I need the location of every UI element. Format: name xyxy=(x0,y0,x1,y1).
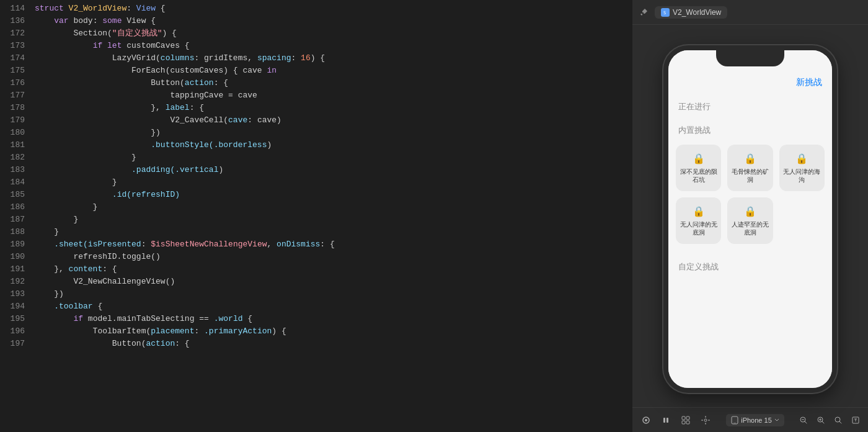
svg-rect-7 xyxy=(686,416,689,420)
svg-point-3 xyxy=(645,419,647,421)
line-number: 178 xyxy=(0,102,25,114)
line-number: 114 xyxy=(0,2,25,15)
line-number: 197 xyxy=(0,338,25,350)
svg-rect-4 xyxy=(663,418,665,423)
line-number: 192 xyxy=(0,276,25,288)
preview-panel: S V2_WorldView 新挑战 正在进行 内置挑战 xyxy=(632,0,868,432)
code-line: .buttonStyle(.borderless) xyxy=(35,139,632,151)
zoom-in-btn[interactable] xyxy=(831,413,846,428)
section-in-progress: 正在进行 xyxy=(668,96,832,115)
code-line: if let customCaves { xyxy=(35,40,632,52)
cave-name-0: 深不见底的陨石坑 xyxy=(680,168,717,184)
in-progress-space xyxy=(668,115,832,120)
code-line: Button(action: { xyxy=(35,77,632,89)
code-line: var body: some View { xyxy=(35,15,632,27)
line-number: 190 xyxy=(0,251,25,263)
code-line: }) xyxy=(35,288,632,300)
code-line: }, content: { xyxy=(35,263,632,276)
code-line: ToolbarItem(placement: .primaryAction) { xyxy=(35,325,632,338)
line-number: 136 xyxy=(0,15,25,27)
code-line: V2_CaveCell(cave: cave) xyxy=(35,114,632,127)
line-number: 196 xyxy=(0,325,25,338)
preview-tab-label: V2_WorldView xyxy=(673,8,721,17)
code-line: ForEach(customCaves) { cave in xyxy=(35,65,632,77)
line-number: 186 xyxy=(0,201,25,214)
iphone-screen: 新挑战 正在进行 内置挑战 🔒 深不见底的陨石坑 xyxy=(668,50,832,388)
line-number: 195 xyxy=(0,313,25,325)
section-custom-header: 自定义挑战 xyxy=(668,256,832,275)
line-number: 175 xyxy=(0,65,25,77)
line-number: 174 xyxy=(0,52,25,65)
live-preview-btn[interactable] xyxy=(637,412,655,429)
cave-name-3: 无人问津的无底洞 xyxy=(680,220,717,236)
code-line: } xyxy=(35,226,632,238)
cave-cell-0[interactable]: 🔒 深不见底的陨石坑 xyxy=(676,145,721,191)
cave-name-1: 毛骨悚然的矿洞 xyxy=(731,168,769,184)
iphone-notch xyxy=(716,50,784,66)
line-number: 176 xyxy=(0,77,25,89)
code-line: V2_NewChallengeView() xyxy=(35,276,632,288)
svg-rect-8 xyxy=(682,421,685,424)
preview-tab[interactable]: S V2_WorldView xyxy=(655,6,727,19)
lock-icon-2: 🔒 xyxy=(795,153,808,165)
cave-name-4: 人迹罕至的无底洞 xyxy=(731,220,769,236)
device-selector[interactable]: iPhone 15 xyxy=(726,414,784,426)
svg-rect-11 xyxy=(733,423,736,423)
code-line: LazyVGrid(columns: gridItems, spacing: 1… xyxy=(35,52,632,65)
grid-btn[interactable] xyxy=(677,412,694,429)
preview-toolbar: S V2_WorldView xyxy=(632,0,868,25)
line-number: 179 xyxy=(0,114,25,127)
line-number: 184 xyxy=(0,176,25,189)
line-number: 194 xyxy=(0,300,25,313)
code-line: } xyxy=(35,176,632,189)
lock-icon-1: 🔒 xyxy=(744,153,756,165)
code-editor[interactable]: 1141361721731741751761771781791801811821… xyxy=(0,0,632,432)
code-line: .padding(.vertical) xyxy=(35,164,632,176)
preview-bottom-bar: iPhone 15 xyxy=(632,407,868,432)
cave-name-2: 无人问津的海沟 xyxy=(783,168,821,184)
code-content: struct V2_WorldView: View { var body: so… xyxy=(30,0,632,432)
pin-icon[interactable] xyxy=(637,6,650,19)
code-line: tappingCave = cave xyxy=(35,89,632,102)
cave-cell-2[interactable]: 🔒 无人问津的海沟 xyxy=(779,145,825,191)
line-number: 193 xyxy=(0,288,25,300)
line-number: 182 xyxy=(0,151,25,164)
preview-content: 新挑战 正在进行 内置挑战 🔒 深不见底的陨石坑 xyxy=(632,25,868,407)
zoom-fit-btn[interactable] xyxy=(813,413,828,428)
settings-btn[interactable] xyxy=(697,412,714,429)
code-line: } xyxy=(35,201,632,214)
code-line: Section("自定义挑战") { xyxy=(35,27,632,40)
actual-size-btn[interactable] xyxy=(848,413,863,428)
code-line: }) xyxy=(35,127,632,139)
line-number: 173 xyxy=(0,40,25,52)
code-line: .toolbar { xyxy=(35,300,632,313)
line-number: 177 xyxy=(0,89,25,102)
swift-icon: S xyxy=(661,8,670,17)
lock-icon-3: 🔒 xyxy=(693,205,705,218)
line-numbers: 1141361721731741751761771781791801811821… xyxy=(0,0,30,432)
line-number: 187 xyxy=(0,214,25,226)
line-number: 189 xyxy=(0,238,25,251)
lock-icon-4: 🔒 xyxy=(744,205,756,218)
cave-cell-3[interactable]: 🔒 无人问津的无底洞 xyxy=(676,197,721,244)
line-number: 183 xyxy=(0,164,25,176)
line-number: 191 xyxy=(0,263,25,276)
app-content: 新挑战 正在进行 内置挑战 🔒 深不见底的陨石坑 xyxy=(668,50,832,300)
cave-cell-1[interactable]: 🔒 毛骨悚然的矿洞 xyxy=(727,145,773,191)
line-number: 172 xyxy=(0,27,25,40)
zoom-out-btn[interactable] xyxy=(796,413,811,428)
nav-new-challenge-button[interactable]: 新挑战 xyxy=(796,77,822,88)
cave-cell-4[interactable]: 🔒 人迹罕至的无底洞 xyxy=(727,197,773,244)
iphone-frame: 新挑战 正在进行 内置挑战 🔒 深不见底的陨石坑 xyxy=(663,45,837,393)
code-line: struct V2_WorldView: View { xyxy=(35,2,632,15)
svg-rect-10 xyxy=(732,416,738,424)
svg-text:S: S xyxy=(663,11,666,16)
svg-rect-5 xyxy=(666,418,668,423)
line-number: 181 xyxy=(0,139,25,151)
cave-grid-row2: 🔒 无人问津的无底洞 🔒 人迹罕至的无底洞 xyxy=(668,197,832,250)
bottom-right-tools xyxy=(796,413,863,428)
code-line: refreshID.toggle() xyxy=(35,251,632,263)
bottom-left-tools xyxy=(637,412,714,429)
code-line: Button(action: { xyxy=(35,338,632,350)
pause-btn[interactable] xyxy=(657,412,675,429)
